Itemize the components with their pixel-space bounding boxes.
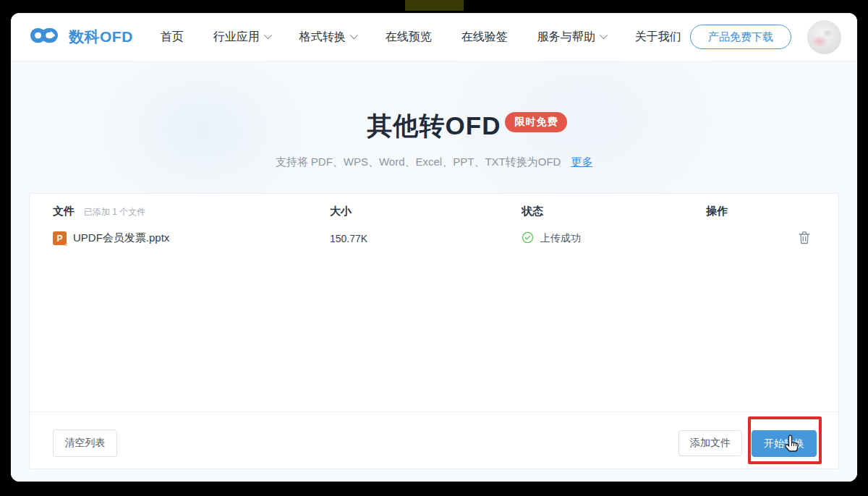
main-menu: 首页 行业应用 格式转换 在线预览 在线验签 服务与帮助 关于我们 bbox=[161, 30, 681, 45]
nav-item-industry-apps[interactable]: 行业应用 bbox=[213, 30, 270, 45]
ppt-file-icon: P bbox=[53, 231, 67, 245]
page-title-text: 其他转OFD bbox=[367, 111, 501, 140]
status-text: 上传成功 bbox=[540, 232, 581, 245]
more-link[interactable]: 更多 bbox=[571, 155, 592, 168]
chevron-down-icon bbox=[350, 30, 358, 38]
nav-item-label: 格式转换 bbox=[299, 30, 346, 45]
table-row: P UPDF会员发票.pptx 150.77K 上传成功 bbox=[30, 231, 838, 259]
app-window: 数科OFD 首页 行业应用 格式转换 在线预览 在线验签 服务与帮助 bbox=[11, 13, 857, 482]
file-list-panel: 文件 已添加 1 个文件 大小 状态 操作 P UPDF会员发票.pptx 15… bbox=[29, 193, 839, 469]
panel-footer: 清空列表 添加文件 开始转换 bbox=[30, 411, 838, 469]
page-subtitle: 支持将 PDF、WPS、Word、Excel、PPT、TXT转换为OFD更多 bbox=[11, 155, 857, 169]
nav-item-about-us[interactable]: 关于我们 bbox=[635, 30, 681, 45]
brand-logo[interactable]: 数科OFD bbox=[28, 25, 133, 49]
navbar: 数科OFD 首页 行业应用 格式转换 在线预览 在线验签 服务与帮助 bbox=[11, 13, 857, 61]
nav-item-service-help[interactable]: 服务与帮助 bbox=[537, 30, 605, 45]
file-size: 150.77K bbox=[330, 233, 367, 244]
user-avatar[interactable] bbox=[807, 20, 841, 54]
nav-item-label: 在线验签 bbox=[461, 30, 508, 45]
nav-item-online-verify[interactable]: 在线验签 bbox=[461, 30, 508, 45]
hero-section: 其他转OFD限时免费 支持将 PDF、WPS、Word、Excel、PPT、TX… bbox=[11, 109, 857, 169]
column-header-status: 状态 bbox=[522, 205, 543, 218]
file-status: 上传成功 bbox=[522, 231, 581, 246]
free-badge: 限时免费 bbox=[505, 112, 567, 132]
nav-item-label: 首页 bbox=[161, 30, 184, 45]
nav-item-label: 在线预览 bbox=[386, 30, 432, 45]
nav-item-label: 关于我们 bbox=[635, 30, 681, 45]
column-header-file-label: 文件 bbox=[53, 205, 75, 218]
trash-icon bbox=[797, 237, 812, 248]
nav-item-home[interactable]: 首页 bbox=[161, 30, 184, 45]
brand-name: 数科OFD bbox=[69, 27, 133, 47]
nav-item-label: 行业应用 bbox=[213, 30, 260, 45]
product-download-button[interactable]: 产品免费下载 bbox=[690, 25, 791, 49]
check-circle-icon bbox=[522, 231, 534, 246]
chevron-down-icon bbox=[600, 30, 608, 38]
nav-item-format-convert[interactable]: 格式转换 bbox=[299, 30, 356, 45]
column-header-action: 操作 bbox=[706, 205, 728, 218]
subtitle-text: 支持将 PDF、WPS、Word、Excel、PPT、TXT转换为OFD bbox=[276, 155, 561, 168]
page-title: 其他转OFD限时免费 bbox=[367, 109, 501, 143]
clear-list-button[interactable]: 清空列表 bbox=[53, 429, 117, 457]
nav-item-online-preview[interactable]: 在线预览 bbox=[386, 30, 432, 45]
infinity-logo-icon bbox=[28, 25, 60, 49]
delete-file-button[interactable] bbox=[796, 230, 812, 247]
screen: { "window": { "top_accent_bar_color": "#… bbox=[0, 0, 868, 496]
file-cell: P UPDF会员发票.pptx bbox=[53, 231, 169, 245]
add-file-button[interactable]: 添加文件 bbox=[678, 430, 742, 456]
chevron-down-icon bbox=[264, 30, 272, 38]
file-name: UPDF会员发票.pptx bbox=[73, 231, 169, 245]
column-header-size: 大小 bbox=[330, 205, 352, 218]
screen-top-accent-bar bbox=[405, 0, 464, 11]
main-content: 其他转OFD限时免费 支持将 PDF、WPS、Word、Excel、PPT、TX… bbox=[11, 61, 857, 482]
column-header-file: 文件 已添加 1 个文件 bbox=[53, 205, 145, 218]
start-convert-button[interactable]: 开始转换 bbox=[752, 430, 817, 457]
nav-item-label: 服务与帮助 bbox=[537, 30, 595, 45]
added-files-hint: 已添加 1 个文件 bbox=[84, 206, 145, 218]
